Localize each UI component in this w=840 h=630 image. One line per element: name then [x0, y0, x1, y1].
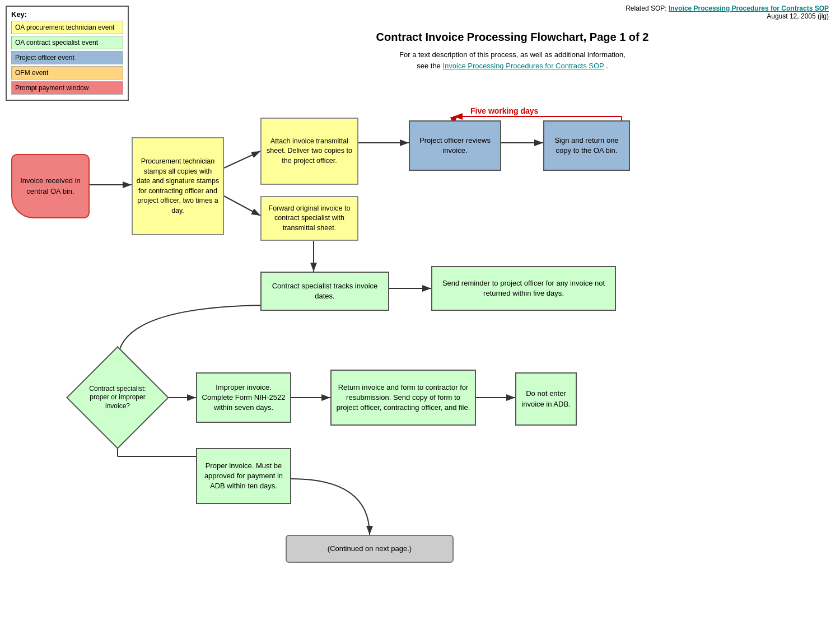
date-label: August 12, 2005 (jlg) — [767, 12, 829, 20]
legend-item-0: OA procurement technician event — [11, 21, 123, 34]
diamond-container: Contract specialist: proper or improper … — [81, 361, 154, 434]
sop-link[interactable]: Invoice Processing Procedures for Contra… — [669, 4, 829, 12]
invoice-received-box: Invoice received in central OA bin. — [11, 154, 90, 218]
return-invoice-box: Return invoice and form to contractor fo… — [330, 370, 476, 426]
forward-original-box: Forward original invoice to contract spe… — [260, 196, 358, 241]
legend-item-1: OA contract specialist event — [11, 36, 123, 49]
continued-box: (Continued on next page.) — [286, 535, 454, 563]
contract-specialist-tracks-box: Contract specialist tracks invoice dates… — [260, 272, 389, 311]
related-sop-label: Related SOP: — [626, 4, 666, 12]
page-subtitle: For a text description of this process, … — [196, 49, 829, 71]
legend-title: Key: — [11, 10, 123, 18]
project-officer-reviews-box: Project officer reviews invoice. — [409, 120, 501, 171]
page-title: Contract Invoice Processing Flowchart, P… — [196, 31, 829, 44]
proper-invoice-box: Proper invoice. Must be approved for pay… — [196, 448, 291, 504]
send-reminder-box: Send reminder to project officer for any… — [431, 266, 616, 311]
legend-item-3: OFM event — [11, 66, 123, 80]
improper-invoice-box: Improper invoice. Complete Form NIH-2522… — [196, 372, 291, 423]
do-not-enter-box: Do not enter invoice in ADB. — [515, 372, 577, 426]
flowchart: Invoice received in central OA bin. Proc… — [6, 87, 834, 624]
sign-return-box: Sign and return one copy to the OA bin. — [543, 120, 630, 171]
svg-line-3 — [224, 151, 260, 168]
diamond-text: Contract specialist: proper or improper … — [81, 361, 154, 434]
five-days-label: Five working days — [470, 106, 538, 115]
svg-line-4 — [224, 196, 260, 216]
proc-tech-box: Procurement technician stamps all copies… — [132, 137, 224, 235]
legend-item-2: Project officer event — [11, 51, 123, 64]
attach-transmittal-box: Attach invoice transmittal sheet. Delive… — [260, 118, 358, 185]
subtitle-link[interactable]: Invoice Processing Procedures for Contra… — [442, 62, 604, 70]
header: Related SOP: Invoice Processing Procedur… — [626, 4, 829, 20]
